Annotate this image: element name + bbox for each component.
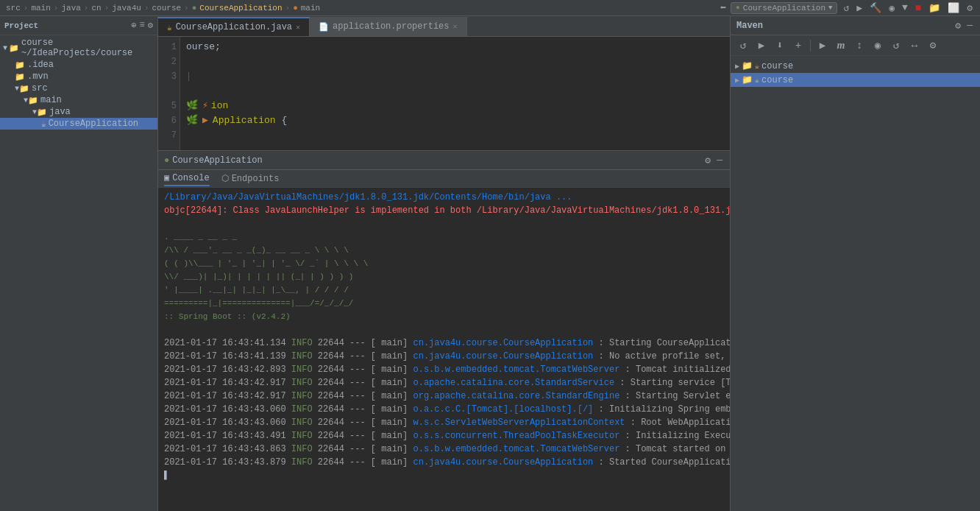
center-content: ☕ CourseApplication.java ✕ 📄 application… xyxy=(158,16,730,511)
log-line-7: 2021-01-17 16:43:43.060 INFO 22644 --- [… xyxy=(164,416,724,429)
maven-config-icon[interactable]: ⚙ xyxy=(925,38,941,54)
breadcrumb-main[interactable]: main xyxy=(31,4,50,13)
tab-props-close-icon[interactable]: ✕ xyxy=(453,22,458,31)
maven-item-course-1[interactable]: ▶ 📁 ☕ course xyxy=(731,59,980,73)
log-line-1: 2021-01-17 16:43:41.134 INFO 22644 --- [… xyxy=(164,336,724,350)
maven-settings-icon[interactable]: ⚙ xyxy=(954,20,962,32)
code-line-7: 🌿 ▶ Application { xyxy=(186,113,724,128)
src-folder-icon: 📁 xyxy=(19,84,29,94)
log-line-9: 2021-01-17 16:43:43.863 INFO 22644 --- [… xyxy=(164,443,724,456)
sidebar-header-icons: ⊕ ≡ ⚙ xyxy=(131,20,153,31)
maven-refresh-icon[interactable]: ↺ xyxy=(735,38,751,54)
refresh-icon[interactable]: ↺ xyxy=(842,2,851,14)
sidebar-item-java[interactable]: ▼ 📁 java xyxy=(0,106,157,118)
java-label: java xyxy=(49,107,71,117)
console-output[interactable]: /Library/Java/JavaVirtualMachines/jdk1.8… xyxy=(158,188,730,511)
bottom-minimize-icon[interactable]: — xyxy=(715,155,724,166)
breadcrumb-main[interactable]: main xyxy=(301,4,320,13)
maven-item-label-2: course xyxy=(761,75,793,85)
right-toolbar: ⬅ ● CourseApplication ▼ ↺ ▶ 🔨 ◉ ▼ ■ 📁 ⬜ … xyxy=(720,1,974,14)
sidebar-item-courseapp[interactable]: ☕ CourseApplication xyxy=(0,118,157,130)
sidebar-item-src[interactable]: ▼ 📁 src xyxy=(0,82,157,94)
tab-properties-icon: 📄 xyxy=(319,22,329,32)
console-label: Console xyxy=(172,173,209,183)
log-line-8: 2021-01-17 16:43:43.491 INFO 22644 --- [… xyxy=(164,429,724,443)
maven-sync-icon[interactable]: ↺ xyxy=(888,38,904,54)
profiler-icon[interactable]: ◉ xyxy=(887,2,896,14)
tab-close-icon[interactable]: ✕ xyxy=(296,23,300,32)
idea-label: .idea xyxy=(27,60,54,70)
sidebar-item-idea[interactable]: 📁 .idea xyxy=(0,59,157,71)
more-actions-icon[interactable]: ▼ xyxy=(901,2,909,13)
tab-application-properties[interactable]: 📄 application.properties ✕ xyxy=(310,17,466,36)
log-line-3: 2021-01-17 16:43:42.893 INFO 22644 --- [… xyxy=(164,363,724,376)
breadcrumb-course-app[interactable]: CourseApplication xyxy=(199,4,282,13)
maven-project-icon-1: ☕ xyxy=(755,62,759,71)
maven-separator xyxy=(810,40,811,52)
maximize-icon[interactable]: ⬜ xyxy=(946,2,961,14)
log-line-10: 2021-01-17 16:43:43.879 INFO 22644 --- [… xyxy=(164,456,724,469)
settings-icon[interactable]: ⚙ xyxy=(965,2,974,14)
sidebar-add-icon[interactable]: ⊕ xyxy=(131,20,136,31)
console-line-path: /Library/Java/JavaVirtualMachines/jdk1.8… xyxy=(164,191,724,204)
spring-art-2: /\\ / ___'_ __ _ _(_)_ __ __ _ \ \ \ \ xyxy=(164,244,724,257)
maven-expand-icon[interactable]: ↕ xyxy=(851,38,867,54)
tab-courseapplication[interactable]: ☕ CourseApplication.java ✕ xyxy=(158,17,310,36)
endpoints-label: Endpoints xyxy=(232,174,280,184)
maven-tree: ▶ 📁 ☕ course ▶ 📁 ☕ course xyxy=(731,56,980,511)
maven-run-icon[interactable]: ▶ xyxy=(753,38,770,54)
project-icon[interactable]: 📁 xyxy=(927,2,942,14)
code-editor[interactable]: 1 2 3 5 6 7 ourse; │ 🌿 ⚡ xyxy=(158,37,730,150)
sidebar-settings-icon[interactable]: ≡ xyxy=(140,20,145,31)
tab-console[interactable]: ▣ Console xyxy=(164,171,210,186)
sep4: › xyxy=(104,4,110,13)
sidebar-gear-icon[interactable]: ⚙ xyxy=(148,20,153,31)
code-content[interactable]: ourse; │ 🌿 ⚡ ion 🌿 ▶ Application { xyxy=(180,37,730,150)
maven-m-icon[interactable]: m xyxy=(833,38,849,54)
breadcrumb-cn[interactable]: cn xyxy=(91,4,101,13)
maven-item-course-2[interactable]: ▶ 📁 ☕ course xyxy=(731,73,980,87)
main-folder-icon: 📁 xyxy=(28,96,38,105)
maven-minimize-icon[interactable]: — xyxy=(965,20,974,32)
root-expand-icon: ▼ xyxy=(3,44,7,52)
code-line-1: ourse; xyxy=(186,40,724,54)
maven-folder-2-icon: 📁 xyxy=(742,74,753,85)
code-line-3: │ xyxy=(186,69,724,84)
maven-toggle-icon[interactable]: ◉ xyxy=(870,38,886,54)
breadcrumb-src[interactable]: src xyxy=(6,4,21,13)
breadcrumb-java4u[interactable]: java4u xyxy=(112,4,141,13)
sep3: › xyxy=(84,4,89,13)
sidebar-item-main[interactable]: ▼ 📁 main xyxy=(0,94,157,106)
run-config-dropdown[interactable]: ● CourseApplication ▼ xyxy=(731,2,838,14)
maven-download-icon[interactable]: ⬇ xyxy=(772,38,788,54)
tab-endpoints[interactable]: ⬡ Endpoints xyxy=(221,172,280,186)
maven-toolbar: ↺ ▶ ⬇ + ▶ m ↕ ◉ ↺ ↔ ⚙ xyxy=(731,35,980,56)
sidebar-header: Project ⊕ ≡ ⚙ xyxy=(0,16,157,35)
nav-back-icon[interactable]: ⬅ xyxy=(720,1,725,14)
maven-lifecycle-icon[interactable]: ▶ xyxy=(814,38,831,54)
spring-art-6: =========|_|==============|___/=/_/_/_/ xyxy=(164,297,724,310)
breadcrumb-java[interactable]: java xyxy=(61,4,80,13)
code-line-2 xyxy=(186,54,724,69)
maven-project-icon-2: ☕ xyxy=(755,76,759,85)
sep6: › xyxy=(184,4,189,13)
breadcrumb-course[interactable]: course xyxy=(152,4,181,13)
sep7: › xyxy=(285,4,291,13)
tab-courseapp-label: CourseApplication.java xyxy=(176,22,292,32)
debug-run-icon[interactable]: ▶ xyxy=(855,2,864,14)
spring-boot-version: :: Spring Boot :: (v2.4.2) xyxy=(164,310,724,323)
maven-panel: Maven ⚙ — ↺ ▶ ⬇ + ▶ m ↕ ◉ ↺ ↔ ⚙ ▶ 📁 ☕ xyxy=(730,16,980,511)
coverage-icon[interactable]: 🔨 xyxy=(868,2,883,14)
src-label: src xyxy=(32,83,48,94)
spring-art-1: . ____ _ __ _ _ xyxy=(164,230,724,244)
sidebar-item-mvn[interactable]: 📁 .mvn xyxy=(0,71,157,82)
maven-link-icon[interactable]: ↔ xyxy=(906,38,923,54)
maven-add-icon[interactable]: + xyxy=(790,38,806,54)
spring-art-4: \\/ ___)| |_)| | | | | || (_| | ) ) ) ) xyxy=(164,270,724,283)
sidebar-root[interactable]: ▼ 📁 course ~/IdeaProjects/course xyxy=(0,37,157,59)
stop-icon[interactable]: ■ xyxy=(914,2,923,14)
bottom-gear-icon[interactable]: ⚙ xyxy=(703,155,712,166)
courseapp-java-icon: ☕ xyxy=(41,119,46,129)
editor-tab-bar: ☕ CourseApplication.java ✕ 📄 application… xyxy=(158,16,730,37)
breadcrumb-run-icon: ● xyxy=(293,4,298,13)
